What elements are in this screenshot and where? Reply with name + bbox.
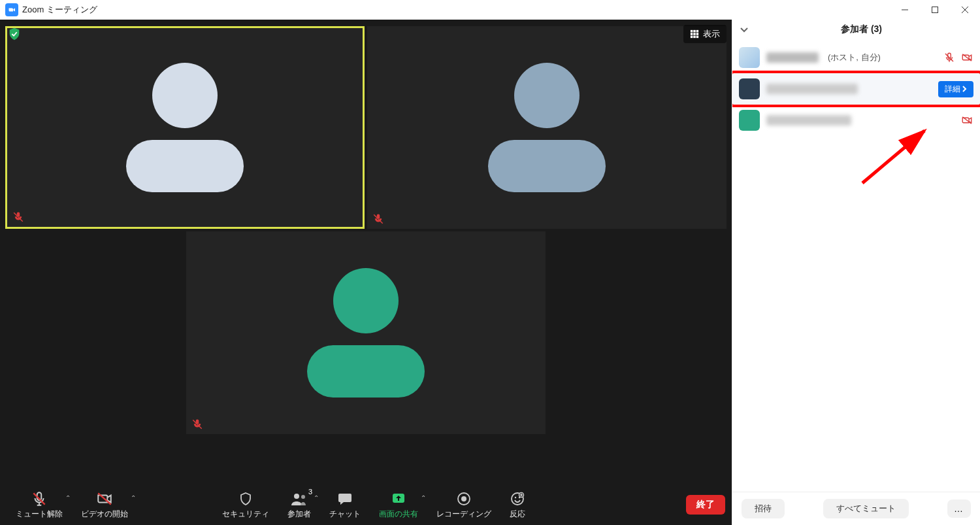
chevron-up-icon[interactable]: ⌃ — [65, 494, 71, 501]
mute-label: ミュート解除 — [16, 509, 63, 520]
participant-detail-button[interactable]: 詳細 — [938, 81, 973, 97]
window-title: Zoom ミーティング — [22, 4, 97, 16]
svg-point-14 — [461, 496, 466, 501]
share-screen-button[interactable]: ⌃ 画面の共有 — [370, 488, 427, 522]
mic-off-icon — [31, 490, 48, 507]
mute-button[interactable]: ⌃ ミュート解除 — [7, 488, 72, 522]
participants-panel: 参加者 (3) (ホスト, 自分) 詳細 — [732, 20, 980, 525]
window-titlebar: Zoom ミーティング — [0, 0, 980, 20]
zoom-logo-icon — [5, 3, 18, 16]
panel-title: 参加者 (3) — [749, 24, 973, 35]
video-tile[interactable] — [367, 26, 727, 229]
chevron-up-icon[interactable]: ⌃ — [421, 494, 426, 501]
participant-name-redacted — [766, 84, 858, 94]
mic-muted-icon — [12, 211, 24, 223]
mute-all-button[interactable]: すべてミュート — [823, 499, 909, 518]
avatar-placeholder-icon — [488, 63, 606, 192]
chat-icon — [336, 490, 353, 507]
svg-rect-3 — [696, 30, 699, 33]
grid-icon — [690, 29, 699, 39]
panel-footer: 招待 すべてミュート … — [732, 492, 980, 525]
security-label: セキュリティ — [222, 509, 269, 520]
participant-row[interactable]: (ホスト, 自分) — [732, 42, 980, 73]
svg-rect-4 — [691, 33, 693, 35]
encryption-shield-icon[interactable] — [5, 25, 24, 43]
video-tile[interactable] — [186, 231, 546, 434]
security-button[interactable]: セキュリティ — [213, 488, 278, 522]
view-label: 表示 — [703, 28, 720, 40]
svg-rect-5 — [693, 33, 696, 35]
svg-rect-1 — [691, 30, 693, 33]
detail-label: 詳細 — [945, 84, 960, 95]
smile-icon — [510, 490, 525, 507]
participants-label: 参加者 — [287, 509, 311, 520]
camera-off-icon — [960, 114, 973, 126]
record-button[interactable]: レコーディング — [427, 488, 500, 522]
end-label: 終了 — [696, 499, 715, 509]
mic-muted-icon — [372, 213, 384, 225]
chevron-up-icon[interactable]: ⌃ — [131, 494, 136, 501]
camera-off-icon — [95, 490, 114, 507]
chat-label: チャット — [329, 509, 361, 520]
video-button[interactable]: ⌃ ビデオの開始 — [72, 488, 137, 522]
invite-button[interactable]: 招待 — [742, 499, 785, 518]
avatar-placeholder-icon — [126, 63, 244, 192]
participant-name-redacted — [766, 52, 819, 63]
meeting-area: 表示 — [0, 20, 732, 525]
participants-button[interactable]: ⌃ 3 参加者 — [278, 488, 320, 522]
avatar-placeholder-icon — [307, 268, 425, 398]
svg-rect-9 — [696, 36, 699, 39]
svg-rect-2 — [693, 30, 696, 33]
more-options-button[interactable]: … — [947, 500, 971, 518]
reactions-button[interactable]: 反応 — [500, 488, 534, 522]
meeting-controls: ⌃ ミュート解除 ⌃ ビデオの開始 — [0, 484, 732, 525]
participants-count-badge: 3 — [308, 488, 312, 496]
window-close-button[interactable] — [950, 0, 980, 20]
svg-rect-8 — [693, 36, 696, 39]
people-icon: 3 — [290, 490, 308, 507]
record-icon — [456, 490, 472, 507]
video-label: ビデオの開始 — [81, 509, 128, 520]
participant-name-redacted — [766, 115, 851, 126]
window-minimize-button[interactable] — [890, 0, 920, 20]
end-meeting-button[interactable]: 終了 — [686, 495, 725, 515]
chat-button[interactable]: チャット — [320, 488, 370, 522]
avatar — [739, 110, 760, 131]
video-tile[interactable] — [5, 26, 365, 229]
participant-row[interactable] — [732, 105, 980, 136]
chevron-down-icon — [739, 24, 749, 35]
share-label: 画面の共有 — [379, 509, 418, 520]
avatar — [739, 47, 760, 68]
video-grid — [0, 20, 732, 484]
view-layout-button[interactable]: 表示 — [683, 25, 727, 43]
svg-rect-7 — [691, 36, 693, 39]
share-screen-icon — [390, 490, 407, 507]
window-maximize-button[interactable] — [920, 0, 950, 20]
record-label: レコーディング — [436, 509, 491, 520]
participants-list: (ホスト, 自分) 詳細 — [732, 42, 980, 492]
svg-rect-0 — [932, 7, 938, 13]
participant-row[interactable]: 詳細 — [732, 73, 980, 105]
mic-muted-icon — [943, 52, 955, 63]
mic-muted-icon — [191, 418, 203, 430]
shield-icon — [238, 490, 253, 507]
collapse-panel-button[interactable] — [739, 24, 749, 35]
svg-point-16 — [515, 496, 516, 498]
avatar — [739, 78, 760, 99]
svg-point-11 — [301, 495, 305, 499]
reactions-label: 反応 — [510, 509, 525, 520]
svg-point-10 — [294, 494, 299, 499]
svg-rect-6 — [696, 33, 699, 35]
camera-off-icon — [960, 52, 973, 63]
chevron-right-icon — [962, 86, 967, 92]
chevron-up-icon[interactable]: ⌃ — [314, 494, 319, 501]
participant-role: (ホスト, 自分) — [828, 52, 881, 63]
